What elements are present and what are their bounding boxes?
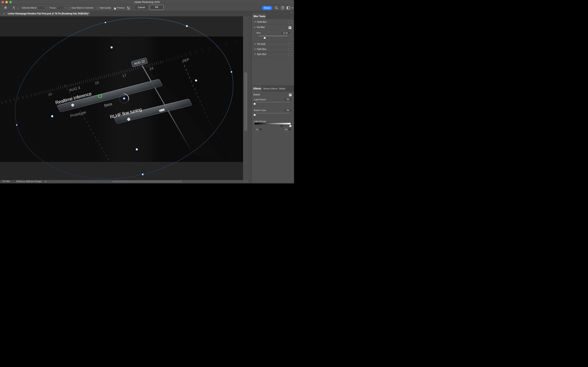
svg-text:?: ? bbox=[282, 7, 283, 9]
